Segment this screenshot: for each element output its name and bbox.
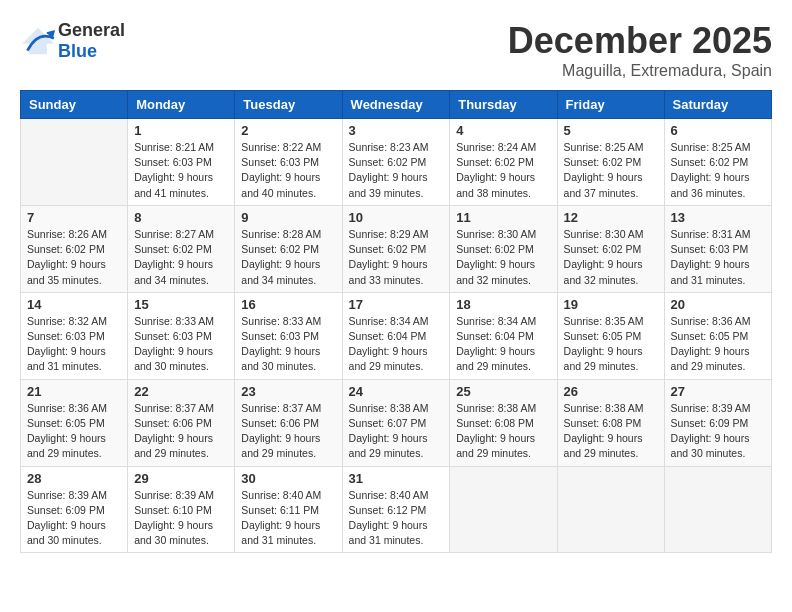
page-header: General Blue December 2025 Maguilla, Ext… <box>20 20 772 80</box>
header-thursday: Thursday <box>450 91 557 119</box>
calendar-cell: 17Sunrise: 8:34 AM Sunset: 6:04 PM Dayli… <box>342 292 450 379</box>
day-info: Sunrise: 8:34 AM Sunset: 6:04 PM Dayligh… <box>349 314 444 375</box>
day-number: 22 <box>134 384 228 399</box>
calendar-cell: 3Sunrise: 8:23 AM Sunset: 6:02 PM Daylig… <box>342 119 450 206</box>
day-number: 21 <box>27 384 121 399</box>
logo-text: General Blue <box>58 20 125 62</box>
day-info: Sunrise: 8:22 AM Sunset: 6:03 PM Dayligh… <box>241 140 335 201</box>
day-info: Sunrise: 8:39 AM Sunset: 6:10 PM Dayligh… <box>134 488 228 549</box>
week-row-0: 1Sunrise: 8:21 AM Sunset: 6:03 PM Daylig… <box>21 119 772 206</box>
day-number: 25 <box>456 384 550 399</box>
calendar-cell: 29Sunrise: 8:39 AM Sunset: 6:10 PM Dayli… <box>128 466 235 553</box>
day-number: 9 <box>241 210 335 225</box>
calendar-cell: 6Sunrise: 8:25 AM Sunset: 6:02 PM Daylig… <box>664 119 771 206</box>
day-number: 17 <box>349 297 444 312</box>
day-number: 1 <box>134 123 228 138</box>
day-number: 4 <box>456 123 550 138</box>
day-number: 19 <box>564 297 658 312</box>
header-sunday: Sunday <box>21 91 128 119</box>
day-number: 29 <box>134 471 228 486</box>
day-number: 6 <box>671 123 765 138</box>
calendar-cell: 22Sunrise: 8:37 AM Sunset: 6:06 PM Dayli… <box>128 379 235 466</box>
day-info: Sunrise: 8:28 AM Sunset: 6:02 PM Dayligh… <box>241 227 335 288</box>
day-info: Sunrise: 8:38 AM Sunset: 6:08 PM Dayligh… <box>564 401 658 462</box>
day-number: 14 <box>27 297 121 312</box>
day-info: Sunrise: 8:27 AM Sunset: 6:02 PM Dayligh… <box>134 227 228 288</box>
calendar-cell: 13Sunrise: 8:31 AM Sunset: 6:03 PM Dayli… <box>664 205 771 292</box>
day-number: 28 <box>27 471 121 486</box>
day-number: 2 <box>241 123 335 138</box>
day-number: 11 <box>456 210 550 225</box>
day-number: 3 <box>349 123 444 138</box>
calendar-cell: 31Sunrise: 8:40 AM Sunset: 6:12 PM Dayli… <box>342 466 450 553</box>
day-info: Sunrise: 8:34 AM Sunset: 6:04 PM Dayligh… <box>456 314 550 375</box>
day-info: Sunrise: 8:40 AM Sunset: 6:11 PM Dayligh… <box>241 488 335 549</box>
calendar-cell: 21Sunrise: 8:36 AM Sunset: 6:05 PM Dayli… <box>21 379 128 466</box>
day-info: Sunrise: 8:39 AM Sunset: 6:09 PM Dayligh… <box>27 488 121 549</box>
logo-icon <box>20 26 56 56</box>
calendar-cell: 25Sunrise: 8:38 AM Sunset: 6:08 PM Dayli… <box>450 379 557 466</box>
day-info: Sunrise: 8:40 AM Sunset: 6:12 PM Dayligh… <box>349 488 444 549</box>
calendar-cell: 9Sunrise: 8:28 AM Sunset: 6:02 PM Daylig… <box>235 205 342 292</box>
header-friday: Friday <box>557 91 664 119</box>
day-number: 12 <box>564 210 658 225</box>
day-info: Sunrise: 8:38 AM Sunset: 6:08 PM Dayligh… <box>456 401 550 462</box>
day-info: Sunrise: 8:37 AM Sunset: 6:06 PM Dayligh… <box>241 401 335 462</box>
day-number: 18 <box>456 297 550 312</box>
header-row: SundayMondayTuesdayWednesdayThursdayFrid… <box>21 91 772 119</box>
logo: General Blue <box>20 20 125 62</box>
day-info: Sunrise: 8:21 AM Sunset: 6:03 PM Dayligh… <box>134 140 228 201</box>
calendar-cell: 24Sunrise: 8:38 AM Sunset: 6:07 PM Dayli… <box>342 379 450 466</box>
calendar-cell: 18Sunrise: 8:34 AM Sunset: 6:04 PM Dayli… <box>450 292 557 379</box>
header-wednesday: Wednesday <box>342 91 450 119</box>
day-number: 13 <box>671 210 765 225</box>
day-number: 15 <box>134 297 228 312</box>
day-info: Sunrise: 8:26 AM Sunset: 6:02 PM Dayligh… <box>27 227 121 288</box>
week-row-4: 28Sunrise: 8:39 AM Sunset: 6:09 PM Dayli… <box>21 466 772 553</box>
calendar-cell: 11Sunrise: 8:30 AM Sunset: 6:02 PM Dayli… <box>450 205 557 292</box>
calendar-cell: 2Sunrise: 8:22 AM Sunset: 6:03 PM Daylig… <box>235 119 342 206</box>
day-info: Sunrise: 8:39 AM Sunset: 6:09 PM Dayligh… <box>671 401 765 462</box>
day-info: Sunrise: 8:30 AM Sunset: 6:02 PM Dayligh… <box>456 227 550 288</box>
day-info: Sunrise: 8:38 AM Sunset: 6:07 PM Dayligh… <box>349 401 444 462</box>
calendar-cell: 28Sunrise: 8:39 AM Sunset: 6:09 PM Dayli… <box>21 466 128 553</box>
calendar-cell: 5Sunrise: 8:25 AM Sunset: 6:02 PM Daylig… <box>557 119 664 206</box>
day-number: 20 <box>671 297 765 312</box>
day-info: Sunrise: 8:35 AM Sunset: 6:05 PM Dayligh… <box>564 314 658 375</box>
day-number: 16 <box>241 297 335 312</box>
day-info: Sunrise: 8:33 AM Sunset: 6:03 PM Dayligh… <box>134 314 228 375</box>
month-title: December 2025 <box>508 20 772 62</box>
day-number: 7 <box>27 210 121 225</box>
day-info: Sunrise: 8:36 AM Sunset: 6:05 PM Dayligh… <box>27 401 121 462</box>
day-number: 31 <box>349 471 444 486</box>
header-tuesday: Tuesday <box>235 91 342 119</box>
calendar-cell: 4Sunrise: 8:24 AM Sunset: 6:02 PM Daylig… <box>450 119 557 206</box>
day-info: Sunrise: 8:33 AM Sunset: 6:03 PM Dayligh… <box>241 314 335 375</box>
calendar-cell: 7Sunrise: 8:26 AM Sunset: 6:02 PM Daylig… <box>21 205 128 292</box>
day-info: Sunrise: 8:24 AM Sunset: 6:02 PM Dayligh… <box>456 140 550 201</box>
calendar-cell: 30Sunrise: 8:40 AM Sunset: 6:11 PM Dayli… <box>235 466 342 553</box>
day-info: Sunrise: 8:23 AM Sunset: 6:02 PM Dayligh… <box>349 140 444 201</box>
calendar-header: SundayMondayTuesdayWednesdayThursdayFrid… <box>21 91 772 119</box>
week-row-2: 14Sunrise: 8:32 AM Sunset: 6:03 PM Dayli… <box>21 292 772 379</box>
day-info: Sunrise: 8:29 AM Sunset: 6:02 PM Dayligh… <box>349 227 444 288</box>
calendar-cell <box>450 466 557 553</box>
title-area: December 2025 Maguilla, Extremadura, Spa… <box>508 20 772 80</box>
calendar-cell: 27Sunrise: 8:39 AM Sunset: 6:09 PM Dayli… <box>664 379 771 466</box>
day-info: Sunrise: 8:37 AM Sunset: 6:06 PM Dayligh… <box>134 401 228 462</box>
calendar-table: SundayMondayTuesdayWednesdayThursdayFrid… <box>20 90 772 553</box>
day-number: 5 <box>564 123 658 138</box>
calendar-cell <box>21 119 128 206</box>
day-info: Sunrise: 8:25 AM Sunset: 6:02 PM Dayligh… <box>671 140 765 201</box>
calendar-cell: 20Sunrise: 8:36 AM Sunset: 6:05 PM Dayli… <box>664 292 771 379</box>
calendar-body: 1Sunrise: 8:21 AM Sunset: 6:03 PM Daylig… <box>21 119 772 553</box>
calendar-cell: 19Sunrise: 8:35 AM Sunset: 6:05 PM Dayli… <box>557 292 664 379</box>
calendar-cell: 26Sunrise: 8:38 AM Sunset: 6:08 PM Dayli… <box>557 379 664 466</box>
calendar-cell: 15Sunrise: 8:33 AM Sunset: 6:03 PM Dayli… <box>128 292 235 379</box>
day-info: Sunrise: 8:31 AM Sunset: 6:03 PM Dayligh… <box>671 227 765 288</box>
calendar-cell: 23Sunrise: 8:37 AM Sunset: 6:06 PM Dayli… <box>235 379 342 466</box>
header-monday: Monday <box>128 91 235 119</box>
location-title: Maguilla, Extremadura, Spain <box>508 62 772 80</box>
calendar-cell: 10Sunrise: 8:29 AM Sunset: 6:02 PM Dayli… <box>342 205 450 292</box>
calendar-cell: 1Sunrise: 8:21 AM Sunset: 6:03 PM Daylig… <box>128 119 235 206</box>
